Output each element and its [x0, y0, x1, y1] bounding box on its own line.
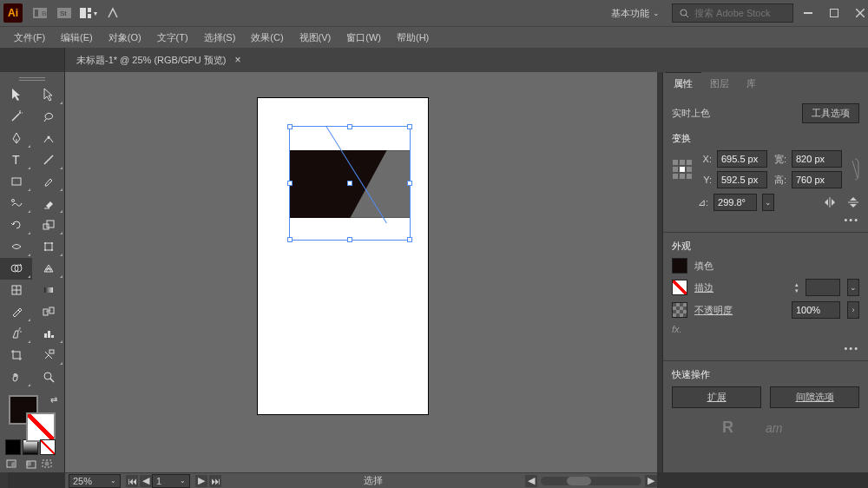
stroke-weight-dropdown[interactable]: ⌄ — [847, 279, 859, 296]
handle-e[interactable] — [407, 181, 412, 186]
opacity-input[interactable]: 100% — [792, 301, 840, 319]
rotate-tool[interactable] — [0, 214, 32, 236]
gradient-tool[interactable] — [32, 280, 64, 301]
curvature-tool[interactable] — [32, 128, 64, 149]
tab-libraries[interactable]: 库 — [738, 73, 765, 95]
appearance-more[interactable]: ••• — [672, 340, 859, 357]
perspective-grid-tool[interactable] — [32, 258, 64, 280]
scale-tool[interactable] — [32, 214, 64, 236]
swap-fill-stroke-icon[interactable]: ⇄ — [50, 395, 57, 405]
gpu-icon[interactable] — [104, 4, 122, 22]
next-artboard-button[interactable]: ▶ — [195, 475, 207, 487]
height-input[interactable] — [792, 171, 842, 188]
maximize-button[interactable] — [830, 9, 838, 17]
stroke-swatch[interactable] — [26, 412, 56, 442]
draw-behind[interactable] — [23, 458, 38, 471]
arrange-docs-icon[interactable]: ▾ — [80, 4, 97, 22]
width-tool[interactable] — [0, 236, 32, 258]
selection-bounding-box[interactable] — [289, 126, 411, 241]
stroke-weight-stepper[interactable]: ▴▾ — [795, 281, 799, 293]
reference-point-selector[interactable] — [672, 159, 693, 180]
fx-label[interactable]: fx. — [672, 324, 859, 334]
pen-tool[interactable] — [0, 128, 32, 149]
close-icon[interactable]: × — [235, 54, 241, 66]
flip-horizontal-icon[interactable] — [823, 196, 837, 208]
handle-center[interactable] — [347, 181, 352, 186]
artboard-number-selector[interactable]: 1 ⌄ — [152, 474, 190, 488]
workspace-switcher[interactable]: 基本功能 ⌄ — [604, 5, 667, 22]
tab-properties[interactable]: 属性 — [665, 72, 701, 95]
rectangle-tool[interactable] — [0, 171, 32, 193]
shape-builder-tool[interactable] — [0, 258, 32, 280]
opacity-swatch[interactable] — [672, 302, 687, 318]
document-tab[interactable]: 未标题-1* @ 25% (RGB/GPU 预览) × — [69, 50, 248, 70]
handle-sw[interactable] — [287, 237, 293, 242]
flip-vertical-icon[interactable] — [847, 195, 859, 209]
draw-inside[interactable] — [40, 458, 56, 471]
type-tool[interactable]: T — [0, 149, 32, 171]
mesh-tool[interactable] — [0, 280, 32, 301]
selection-tool[interactable] — [0, 84, 32, 106]
scroll-right-button[interactable]: ▶ — [645, 475, 657, 487]
lasso-tool[interactable] — [32, 106, 64, 128]
handle-ne[interactable] — [407, 124, 412, 129]
hand-tool[interactable] — [0, 366, 32, 388]
stroke-weight-input[interactable] — [806, 279, 840, 296]
last-artboard-button[interactable]: ⏭ — [209, 475, 221, 487]
tool-options-button[interactable]: 工具选项 — [802, 103, 859, 123]
transform-more[interactable]: ••• — [672, 211, 859, 228]
angle-input[interactable] — [713, 194, 757, 211]
stock-icon[interactable]: St — [56, 4, 73, 22]
gap-options-button[interactable]: 间隙选项 — [770, 386, 859, 408]
line-segment-tool[interactable] — [32, 149, 64, 171]
menu-select[interactable]: 选择(S) — [197, 29, 243, 47]
minimize-button[interactable] — [804, 9, 812, 17]
handle-s[interactable] — [347, 237, 352, 242]
menu-view[interactable]: 视图(V) — [293, 29, 339, 47]
tab-layers[interactable]: 图层 — [701, 73, 738, 95]
expand-button[interactable]: 扩展 — [672, 386, 761, 408]
paintbrush-tool[interactable] — [32, 171, 64, 193]
menu-edit[interactable]: 编辑(E) — [54, 29, 100, 47]
angle-dropdown[interactable]: ⌄ — [762, 194, 774, 211]
menu-type[interactable]: 文字(T) — [150, 29, 195, 47]
first-artboard-button[interactable]: ⏮ — [126, 475, 138, 487]
handle-n[interactable] — [347, 124, 352, 129]
canvas[interactable] — [65, 72, 657, 472]
handle-w[interactable] — [287, 181, 293, 186]
link-wh-icon[interactable] — [851, 157, 859, 181]
zoom-selector[interactable]: 25% ⌄ — [69, 474, 121, 488]
free-transform-tool[interactable] — [32, 236, 64, 258]
scrollbar-thumb[interactable] — [567, 477, 591, 485]
eyedropper-tool[interactable] — [0, 301, 32, 323]
direct-selection-tool[interactable] — [32, 84, 64, 106]
fill-stroke-swatch[interactable]: ⇄ — [5, 393, 59, 438]
bridge-icon[interactable]: Br — [31, 4, 49, 22]
color-mode-solid[interactable] — [5, 439, 21, 455]
horizontal-scrollbar[interactable] — [541, 477, 641, 485]
opacity-dropdown[interactable]: › — [847, 301, 859, 319]
search-input[interactable] — [694, 8, 786, 18]
close-button[interactable] — [856, 9, 865, 17]
handle-nw[interactable] — [287, 124, 293, 129]
slice-tool[interactable] — [32, 345, 64, 366]
search-box[interactable] — [672, 3, 793, 23]
opacity-label[interactable]: 不透明度 — [694, 304, 733, 317]
width-input[interactable] — [792, 150, 842, 168]
scroll-left-button[interactable]: ◀ — [525, 475, 537, 487]
menu-window[interactable]: 窗口(W) — [339, 29, 388, 47]
blend-tool[interactable] — [32, 301, 64, 323]
panel-grip[interactable] — [19, 77, 45, 81]
stroke-swatch-small[interactable] — [672, 280, 687, 295]
eraser-tool[interactable] — [32, 193, 64, 214]
zoom-tool[interactable] — [32, 366, 64, 388]
artboard-tool[interactable] — [0, 345, 32, 366]
menu-help[interactable]: 帮助(H) — [390, 29, 436, 47]
prev-artboard-button[interactable]: ◀ — [140, 475, 152, 487]
y-input[interactable] — [717, 171, 767, 188]
magic-wand-tool[interactable] — [0, 106, 32, 128]
shaper-tool[interactable] — [0, 193, 32, 214]
x-input[interactable] — [717, 150, 767, 168]
fill-swatch-small[interactable] — [672, 258, 687, 274]
handle-se[interactable] — [407, 237, 412, 242]
